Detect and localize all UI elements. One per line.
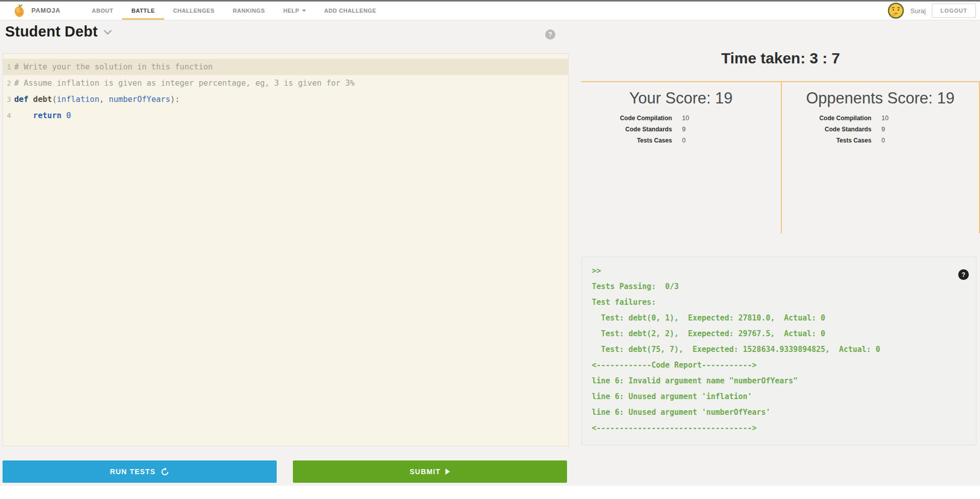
score-row: Code Compilation10 [620, 113, 699, 124]
code-token-plain [14, 111, 33, 120]
score-row-value: 0 [682, 137, 699, 144]
test-output-console: >>Tests Passing: 0/3Test failures: Test:… [581, 257, 976, 445]
your-score-title: Your Score: 19 [581, 89, 781, 108]
score-row-value: 0 [882, 137, 899, 144]
nav-item-challenges[interactable]: CHALLENGES [164, 2, 224, 20]
nav-right-cluster: Suraj LOGOUT [887, 2, 976, 20]
scoreboard-panel: Time taken: 3 : 7 Your Score: 19Code Com… [581, 47, 980, 233]
score-row: Code Standards9 [620, 124, 699, 135]
page-title-row: Student Debt [5, 23, 110, 40]
time-taken-label: Time taken: 3 : 7 [581, 50, 980, 67]
code-token-plain [104, 95, 108, 104]
line-number: 3 [3, 91, 14, 108]
your-score-column: Your Score: 19Code Compilation10Code Sta… [581, 82, 781, 146]
code-token-param: inflation [57, 95, 99, 104]
top-navigation-bar: PAMOJA ABOUTBATTLECHALLENGESRANKINGSHELP… [0, 2, 980, 20]
code-token-punct: ( [52, 95, 57, 104]
score-row-label: Tests Cases [819, 137, 872, 144]
code-line[interactable]: 1# Write your the solution in this funct… [3, 59, 568, 75]
brand-area[interactable]: PAMOJA [13, 2, 60, 20]
score-row-value: 10 [882, 115, 899, 122]
console-line: Test failures: [592, 295, 976, 310]
brand-name: PAMOJA [31, 7, 60, 14]
chevron-down-icon[interactable] [104, 27, 112, 35]
code-token-punct: , [99, 95, 104, 104]
code-text: # Assume inflation is given as integer p… [14, 75, 568, 91]
nav-item-help[interactable]: HELP [274, 2, 315, 20]
console-line: Test: debt(75, 7), Exepected: 1528634.93… [592, 342, 976, 358]
score-row-label: Code Standards [620, 126, 672, 133]
footer-strip [0, 486, 980, 499]
code-token-comment: # Write your the solution in this functi… [14, 62, 213, 72]
line-number: 4 [3, 108, 14, 124]
nav-item-label: RANKINGS [233, 8, 265, 14]
score-row: Tests Cases0 [620, 135, 699, 146]
nav-item-about[interactable]: ABOUT [83, 2, 122, 20]
console-line: >> [592, 263, 976, 279]
console-line: Tests Passing: 0/3 [592, 279, 976, 295]
console-lines: >>Tests Passing: 0/3Test failures: Test:… [592, 263, 976, 436]
code-token-number: 0 [66, 111, 71, 120]
nav-item-label: BATTLE [131, 8, 155, 14]
score-row-label: Code Compilation [620, 115, 672, 122]
score-row: Tests Cases0 [819, 135, 899, 146]
code-text: def debt(inflation, numberOfYears): [14, 91, 568, 108]
code-token-keyword2: return [33, 111, 61, 120]
nav-item-battle[interactable]: BATTLE [122, 2, 164, 20]
score-row-value: 9 [882, 126, 899, 133]
line-number: 1 [3, 59, 14, 75]
score-row: Code Standards9 [819, 124, 899, 135]
nav-item-rankings[interactable]: RANKINGS [223, 2, 274, 20]
code-line[interactable]: 2# Assume inflation is given as integer … [3, 75, 568, 91]
user-avatar[interactable] [887, 2, 904, 19]
code-token-plain [61, 111, 66, 120]
console-line: line 6: Invalid argument name "numberOfY… [592, 373, 976, 389]
console-line: <------------Code Report-----------> [592, 358, 976, 373]
console-help-icon[interactable]: ? [958, 269, 969, 280]
mango-logo-icon [13, 4, 25, 18]
console-line: <----------------------------------> [592, 420, 976, 436]
code-token-func: debt [33, 95, 52, 104]
score-row: Code Compilation10 [819, 113, 899, 124]
submit-button[interactable]: SUBMIT [293, 460, 567, 483]
line-number: 2 [3, 75, 14, 91]
nav-item-label: HELP [283, 8, 299, 14]
score-breakdown: Code Compilation10Code Standards9Tests C… [620, 113, 699, 146]
logout-button[interactable]: LOGOUT [932, 4, 976, 18]
challenge-help-icon[interactable]: ? [545, 29, 555, 40]
score-row-value: 9 [682, 126, 699, 133]
console-line: line 6: Unused argument 'numberOfYears' [592, 405, 976, 420]
nav-item-label: ABOUT [92, 8, 113, 14]
score-breakdown: Code Compilation10Code Standards9Tests C… [819, 113, 899, 146]
code-line[interactable]: 3def debt(inflation, numberOfYears): [3, 91, 568, 108]
score-row-value: 10 [682, 115, 699, 122]
code-token-plain [28, 95, 33, 104]
run-tests-label: RUN TESTS [110, 468, 156, 476]
nav-item-label: ADD CHALLENGE [324, 8, 376, 14]
score-row-label: Code Standards [819, 126, 872, 133]
username-label: Suraj [911, 7, 926, 15]
console-line: line 6: Unused argument 'inflation' [592, 389, 976, 405]
nav-item-label: CHALLENGES [173, 8, 215, 14]
console-line: Test: debt(0, 1), Exepected: 27810.0, Ac… [592, 310, 976, 326]
console-line: Test: debt(2, 2), Exepected: 29767.5, Ac… [592, 326, 976, 342]
code-line[interactable]: 4 return 0 [3, 108, 568, 124]
code-text: # Write your the solution in this functi… [14, 59, 568, 75]
opponent-score-column: Oppenents Score: 19Code Compilation10Cod… [781, 82, 980, 146]
score-columns: Your Score: 19Code Compilation10Code Sta… [581, 82, 980, 146]
opponent-score-title: Oppenents Score: 19 [781, 89, 980, 108]
score-row-label: Code Compilation [819, 115, 872, 122]
code-token-keyword: def [14, 95, 28, 104]
nav-items: ABOUTBATTLECHALLENGESRANKINGSHELPADD CHA… [83, 2, 385, 20]
refresh-icon [161, 468, 169, 476]
code-token-param: numberOfYears [109, 95, 170, 104]
code-token-punct: ): [170, 95, 180, 104]
play-icon [445, 469, 450, 475]
caret-down-icon [302, 10, 306, 12]
code-text: return 0 [14, 108, 568, 124]
score-row-label: Tests Cases [620, 137, 672, 144]
submit-label: SUBMIT [410, 468, 441, 476]
run-tests-button[interactable]: RUN TESTS [3, 460, 277, 483]
code-editor[interactable]: 1# Write your the solution in this funct… [3, 53, 569, 446]
nav-item-add-challenge[interactable]: ADD CHALLENGE [315, 2, 386, 20]
